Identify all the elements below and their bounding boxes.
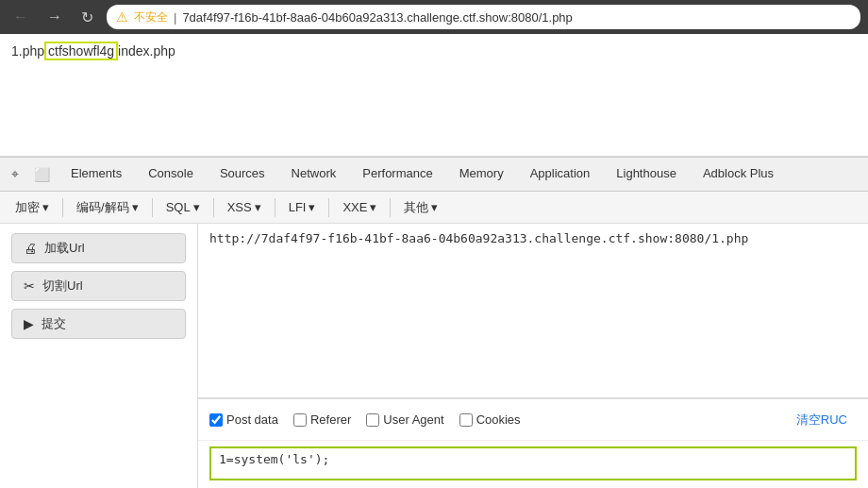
toolbar-sep-2 [152,198,153,217]
split-url-icon: ✂ [24,278,35,294]
tab-memory[interactable]: Memory [446,160,517,188]
address-separator: | [174,10,176,25]
toolbar-sep-5 [328,198,329,217]
encode-arrow: ▾ [132,200,139,214]
split-url-button[interactable]: ✂ 切割Url [11,271,186,301]
clear-ruc-button[interactable]: 清空RUC [796,412,847,429]
toolbar-sep-1 [62,198,63,217]
devtools-panel: ⌖ ⬜ Elements Console Sources Network Per… [0,157,868,488]
load-url-icon: 🖨 [24,241,37,256]
post-data-checkbox[interactable] [209,413,223,427]
warning-icon: ⚠ [116,9,128,25]
encrypt-arrow: ▾ [42,200,49,214]
hackbar-content: 🖨 加载Url ✂ 切割Url ▶ 提交 http://7daf4f97-f16… [0,224,868,488]
page-content: 1.php ctfshowfl4g index.php [0,34,868,157]
split-url-label: 切割Url [42,278,83,294]
xxe-arrow: ▾ [370,200,376,214]
tab-sources[interactable]: Sources [207,160,278,188]
postdata-input[interactable]: 1=system('ls'); [209,446,857,480]
toolbar-sep-6 [390,198,391,217]
address-bar: ⚠ 不安全 | 7daf4f97-f16b-41bf-8aa6-04b60a92… [107,5,860,29]
cookies-label: Cookies [476,412,521,427]
hackbar-postdata-area: 1=system('ls'); [198,440,868,488]
hackbar-toolbar: 加密 ▾ 编码/解码 ▾ SQL ▾ XSS ▾ LFI ▾ XXE ▾ 其他 … [0,192,868,224]
toolbar-sep-4 [275,198,275,217]
hackbar-xxe-menu[interactable]: XXE ▾ [337,198,382,216]
referer-checkbox-label[interactable]: Referer [293,412,351,427]
insecure-label: 不安全 [134,9,168,25]
url-input[interactable]: http://7daf4f97-f16b-41bf-8aa6-04b60a92a… [209,231,857,390]
devtools-mobile-icon[interactable]: ⬜ [26,163,58,186]
tab-console[interactable]: Console [135,160,207,188]
breadcrumb: 1.php ctfshowfl4g index.php [11,42,857,60]
load-url-label: 加载Url [44,240,85,257]
hackbar-encrypt-menu[interactable]: 加密 ▾ [9,197,55,218]
hackbar-url-area: http://7daf4f97-f16b-41bf-8aa6-04b60a92a… [198,224,868,398]
tab-adblock[interactable]: Adblock Plus [690,160,787,188]
tab-network[interactable]: Network [278,160,350,188]
tab-lighthouse[interactable]: Lighthouse [603,160,690,188]
lfi-arrow: ▾ [309,200,315,214]
devtools-tab-bar: ⌖ ⬜ Elements Console Sources Network Per… [0,158,868,192]
load-url-button[interactable]: 🖨 加载Url [11,233,186,263]
user-agent-checkbox[interactable] [366,413,379,427]
back-button[interactable]: ← [8,7,34,27]
sql-arrow: ▾ [193,200,200,214]
other-arrow: ▾ [431,200,438,214]
tab-application[interactable]: Application [517,160,604,188]
browser-toolbar: ← → ↻ ⚠ 不安全 | 7daf4f97-f16b-41bf-8aa6-04… [0,0,868,34]
hackbar-encode-menu[interactable]: 编码/解码 ▾ [71,197,144,218]
toolbar-sep-3 [213,198,214,217]
forward-button[interactable]: → [42,7,68,27]
hackbar-other-menu[interactable]: 其他 ▾ [398,197,443,218]
xss-arrow: ▾ [255,200,261,214]
referer-label: Referer [310,412,351,427]
post-data-label: Post data [226,412,278,427]
submit-icon: ▶ [24,316,34,331]
tab-performance[interactable]: Performance [349,160,445,188]
hackbar-xss-menu[interactable]: XSS ▾ [222,198,267,216]
breadcrumb-highlighted: ctfshowfl4g [44,42,118,60]
user-agent-label: User Agent [383,412,443,427]
breadcrumb-prev: 1.php [11,43,44,59]
submit-label: 提交 [42,315,66,332]
devtools-cursor-icon[interactable]: ⌖ [4,162,26,186]
submit-button[interactable]: ▶ 提交 [11,309,186,339]
breadcrumb-next: index.php [118,43,175,59]
user-agent-checkbox-label[interactable]: User Agent [366,412,443,427]
hackbar-options-row: Post data Referer User Agent Cookies 清空R… [198,398,868,440]
hackbar-right-area: http://7daf4f97-f16b-41bf-8aa6-04b60a92a… [198,224,868,488]
cookies-checkbox-label[interactable]: Cookies [459,412,521,427]
hackbar-lfi-menu[interactable]: LFI ▾ [283,198,322,216]
cookies-checkbox[interactable] [459,413,473,427]
post-data-checkbox-label[interactable]: Post data [209,412,278,427]
tab-elements[interactable]: Elements [58,160,135,188]
url-text: 7daf4f97-f16b-41bf-8aa6-04b60a92a313.cha… [182,10,572,25]
hackbar-sql-menu[interactable]: SQL ▾ [160,198,206,216]
referer-checkbox[interactable] [293,413,307,427]
reload-button[interactable]: ↻ [75,7,99,28]
hackbar-left-panel: 🖨 加载Url ✂ 切割Url ▶ 提交 [0,224,198,488]
